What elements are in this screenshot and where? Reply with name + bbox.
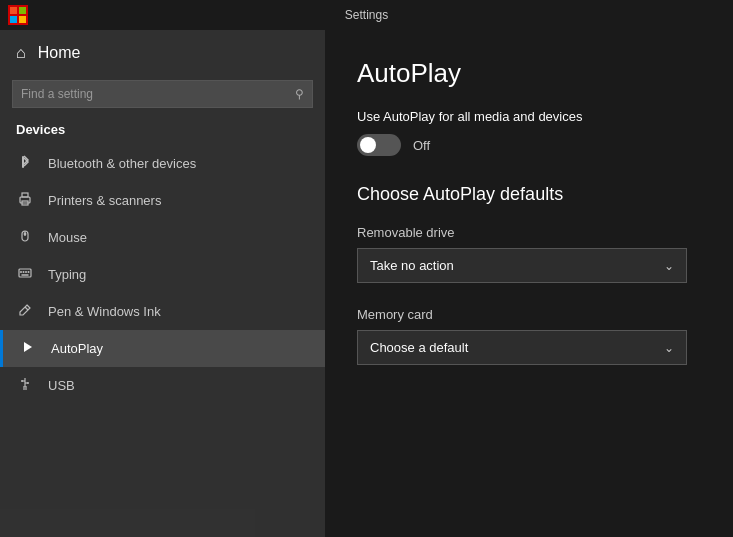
- search-icon: ⚲: [295, 87, 304, 101]
- svg-rect-6: [22, 193, 28, 197]
- svg-rect-4: [22, 156, 24, 168]
- sidebar-item-bluetooth[interactable]: Bluetooth & other devices: [0, 145, 325, 182]
- sidebar-item-pen[interactable]: Pen & Windows Ink: [0, 293, 325, 330]
- content-panel: AutoPlay Use AutoPlay for all media and …: [325, 30, 733, 537]
- toggle-knob: [360, 137, 376, 153]
- toggle-state-label: Off: [413, 138, 430, 153]
- sidebar-item-autoplay[interactable]: AutoPlay: [0, 330, 325, 367]
- memory-card-value: Choose a default: [370, 340, 468, 355]
- pen-icon: [16, 303, 34, 320]
- svg-point-25: [27, 382, 29, 384]
- svg-rect-2: [10, 16, 17, 23]
- section-heading: Choose AutoPlay defaults: [357, 184, 701, 205]
- title-bar: Settings: [0, 0, 733, 30]
- memory-card-dropdown[interactable]: Choose a default ⌄: [357, 330, 687, 365]
- svg-rect-11: [19, 269, 31, 277]
- main-container: ⌂ Home ⚲ Devices Bluetooth & other devic…: [0, 30, 733, 537]
- search-box[interactable]: ⚲: [12, 80, 313, 108]
- svg-rect-3: [19, 16, 26, 23]
- home-icon: ⌂: [16, 44, 26, 62]
- sidebar-label-bluetooth: Bluetooth & other devices: [48, 156, 196, 171]
- sidebar-label-mouse: Mouse: [48, 230, 87, 245]
- svg-rect-0: [10, 7, 17, 14]
- removable-drive-value: Take no action: [370, 258, 454, 273]
- page-title: AutoPlay: [357, 58, 701, 89]
- svg-point-24: [21, 380, 23, 382]
- sidebar-item-usb[interactable]: USB: [0, 367, 325, 404]
- removable-drive-chevron-icon: ⌄: [664, 259, 674, 273]
- memory-card-label: Memory card: [357, 307, 701, 322]
- sidebar-item-mouse[interactable]: Mouse: [0, 219, 325, 256]
- sidebar-label-usb: USB: [48, 378, 75, 393]
- svg-point-10: [24, 233, 26, 235]
- search-input[interactable]: [21, 87, 289, 101]
- sidebar-label-typing: Typing: [48, 267, 86, 282]
- autoplay-toggle-row: Use AutoPlay for all media and devices O…: [357, 109, 701, 156]
- sidebar: ⌂ Home ⚲ Devices Bluetooth & other devic…: [0, 30, 325, 537]
- app-logo: [8, 5, 28, 25]
- keyboard-icon: [16, 266, 34, 283]
- printer-icon: [16, 192, 34, 209]
- sidebar-home-label: Home: [38, 44, 81, 62]
- autoplay-toggle-label: Use AutoPlay for all media and devices: [357, 109, 701, 124]
- sidebar-label-autoplay: AutoPlay: [51, 341, 103, 356]
- sidebar-section-title: Devices: [0, 116, 325, 145]
- svg-line-17: [25, 307, 28, 310]
- sidebar-item-typing[interactable]: Typing: [0, 256, 325, 293]
- sidebar-item-printers[interactable]: Printers & scanners: [0, 182, 325, 219]
- sidebar-item-home[interactable]: ⌂ Home: [0, 30, 325, 76]
- autoplay-icon: [19, 340, 37, 357]
- sidebar-label-printers: Printers & scanners: [48, 193, 161, 208]
- removable-drive-dropdown[interactable]: Take no action ⌄: [357, 248, 687, 283]
- removable-drive-label: Removable drive: [357, 225, 701, 240]
- svg-rect-1: [19, 7, 26, 14]
- sidebar-label-pen: Pen & Windows Ink: [48, 304, 161, 319]
- autoplay-toggle[interactable]: [357, 134, 401, 156]
- usb-icon: [16, 377, 34, 394]
- mouse-icon: [16, 229, 34, 246]
- memory-card-chevron-icon: ⌄: [664, 341, 674, 355]
- toggle-container: Off: [357, 134, 701, 156]
- svg-marker-18: [24, 342, 32, 352]
- window-title: Settings: [345, 8, 388, 22]
- bluetooth-icon: [16, 155, 34, 172]
